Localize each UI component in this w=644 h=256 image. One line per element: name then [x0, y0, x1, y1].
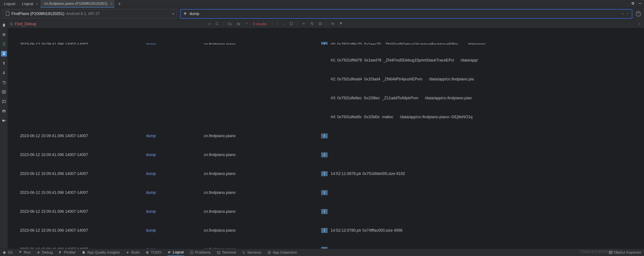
tool-profiler[interactable]: Profiler	[59, 250, 76, 255]
up-arrow-icon[interactable]	[1, 60, 7, 66]
log-timestamp: 2023-06-12 15:09:41.096 14007-14007	[20, 227, 146, 234]
add-selection-icon[interactable]	[301, 22, 307, 26]
tool-build[interactable]: Build	[126, 250, 140, 255]
close-icon[interactable]: ×	[36, 2, 39, 6]
regex-toggle[interactable]: .*	[244, 22, 248, 26]
device-icon	[6, 11, 9, 16]
next-match-icon[interactable]: ↓	[282, 22, 286, 26]
svg-point-15	[243, 252, 244, 252]
gear-icon[interactable]	[630, 1, 635, 6]
remove-occurrence-icon[interactable]	[317, 22, 323, 26]
tab-app[interactable]: cn.findpiano.piano (P1008N19120251) ×	[40, 0, 115, 8]
log-level-badge: I	[321, 134, 328, 138]
log-timestamp: 2023-06-12 15:09:41.096 14007-14007	[20, 170, 146, 177]
log-message: #1: 0x7501df9d78 0x1eed78 _ZN4Find5Debug…	[331, 57, 478, 64]
log-timestamp: 2023-06-12 15:09:41.096 14007-14007	[20, 152, 146, 158]
log-level-badge: I	[321, 42, 328, 44]
restart-icon[interactable]	[1, 41, 7, 47]
svg-rect-2	[3, 33, 4, 36]
tool-services[interactable]: Services	[242, 250, 262, 255]
svg-point-18	[269, 252, 270, 253]
svg-rect-10	[311, 22, 312, 24]
log-package: cn.findpiano.piano	[204, 152, 321, 158]
log-package: cn.findpiano.piano	[204, 133, 321, 139]
tool-problems[interactable]: Problems	[190, 250, 211, 255]
tool-app-quality[interactable]: App Quality Insights	[82, 250, 120, 255]
svg-point-16	[244, 252, 245, 254]
words-toggle[interactable]: W	[236, 22, 242, 26]
down-arrow-icon[interactable]	[1, 70, 7, 76]
log-message	[331, 246, 644, 248]
filter-input-wrapper[interactable]: × ☆	[180, 9, 632, 19]
device-selector[interactable]: FindPiano (P1008N19120251) Android 8.1, …	[3, 9, 177, 19]
log-message: #3: 0x7501dfe8ec 0x1f38ec _Z11addToAllpt…	[331, 95, 472, 101]
log-tag: dump	[146, 41, 204, 44]
star-icon[interactable]: ☆	[625, 12, 630, 16]
log-level-badge: I	[321, 190, 328, 195]
log-level-badge: I	[321, 247, 328, 248]
log-message	[331, 208, 644, 215]
search-icon	[10, 22, 14, 26]
log-level-badge: I	[321, 152, 328, 157]
close-search-icon[interactable]: ×	[636, 22, 642, 26]
device-os: Android 8.1, API 27	[66, 12, 100, 16]
select-occurrence-icon[interactable]	[309, 22, 315, 26]
device-name: FindPiano (P1008N19120251)	[12, 12, 64, 16]
log-package: cn.findpiano.piano	[204, 41, 321, 44]
prev-match-icon[interactable]: ↑	[275, 22, 280, 26]
log-tag: dump	[146, 190, 204, 196]
add-tab-button[interactable]: +	[114, 1, 124, 7]
chevron-down-icon: ▾	[172, 12, 174, 16]
log-package: cn.findpiano.piano	[204, 208, 321, 215]
match-case-toggle[interactable]: Cc	[226, 22, 233, 26]
filter-input[interactable]	[190, 12, 619, 16]
select-all-icon[interactable]	[288, 22, 294, 26]
log-tag: dump	[146, 246, 204, 248]
settings-list-icon[interactable]	[330, 22, 336, 26]
record-icon[interactable]	[1, 118, 7, 124]
log-tag: dump	[146, 152, 204, 158]
help-icon[interactable]: ?	[636, 11, 641, 16]
log-timestamp: 2023-06-12 15:09:41.096 14007-14007	[20, 246, 146, 248]
tab-logcat[interactable]: Logcat ×	[18, 0, 40, 8]
clear-search-icon[interactable]: ×	[207, 22, 212, 26]
layout-icon[interactable]	[1, 99, 7, 104]
log-view[interactable]: 2023-06-12 15:09:41.096 14007-14007dumpc…	[8, 28, 644, 248]
minimize-icon[interactable]	[638, 1, 642, 6]
history-icon[interactable]	[214, 22, 220, 26]
split-icon[interactable]	[1, 89, 7, 95]
log-tag: dump	[146, 227, 204, 234]
svg-rect-9	[290, 22, 293, 25]
tool-git[interactable]: Git	[2, 250, 12, 255]
log-timestamp: 2023-06-12 15:09:41.096 14007-14007	[20, 41, 146, 44]
panel-label: Logcat:	[2, 2, 18, 6]
tool-todo[interactable]: TODO	[146, 250, 162, 255]
log-message: 14:52:12:0780,ptr 0x74fffac000,size 4096	[331, 227, 644, 234]
trash-icon[interactable]	[1, 22, 7, 28]
screenshot-icon[interactable]	[1, 108, 7, 114]
svg-rect-4	[2, 100, 6, 103]
clear-filter-icon[interactable]: ×	[621, 12, 624, 16]
tool-run[interactable]: Run	[19, 250, 31, 255]
filter-funnel-icon[interactable]	[338, 22, 344, 26]
tool-debug[interactable]: Debug	[37, 250, 53, 255]
log-message	[331, 133, 644, 139]
filter-icon	[183, 12, 187, 16]
svg-point-12	[38, 252, 39, 253]
scroll-to-end-icon[interactable]	[1, 51, 7, 56]
tool-layout-inspector[interactable]: Layout Inspector	[609, 250, 642, 255]
search-input[interactable]	[15, 22, 206, 26]
pause-icon[interactable]	[1, 32, 7, 38]
tool-app-inspection[interactable]: App Inspection	[268, 250, 297, 255]
svg-rect-0	[638, 3, 642, 4]
svg-rect-20	[610, 252, 612, 253]
log-level-badge: I	[321, 228, 328, 233]
log-package: cn.findpiano.piano	[204, 227, 321, 234]
close-icon[interactable]: ×	[110, 2, 114, 6]
log-tag: dump	[146, 208, 204, 215]
tool-logcat[interactable]: Logcat	[168, 249, 184, 256]
soft-wrap-icon[interactable]	[1, 80, 7, 85]
tool-terminal[interactable]: Terminal	[217, 250, 236, 255]
log-timestamp: 2023-06-12 15:09:41.096 14007-14007	[20, 133, 146, 139]
log-message: #0: 0x7501df9c70 0x1eec70 _ZN4Find5Debug…	[331, 41, 644, 44]
